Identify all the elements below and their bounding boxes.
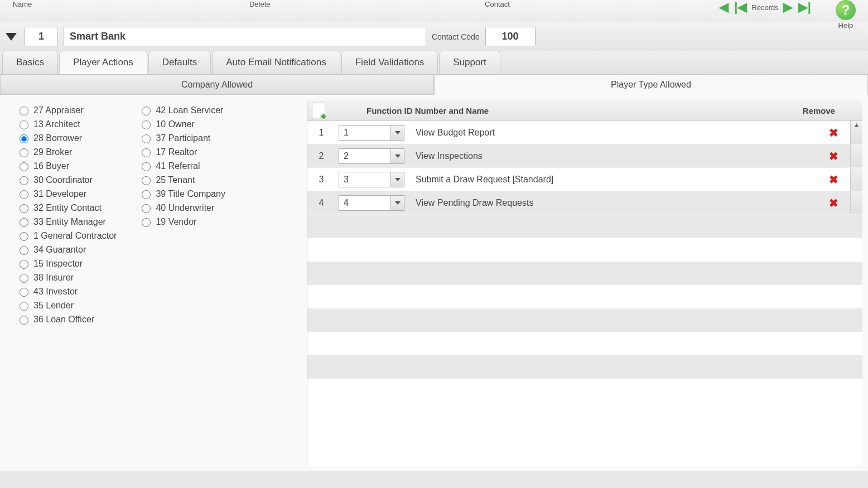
scrollbar-track[interactable] <box>850 191 862 214</box>
player-type-radio[interactable] <box>142 134 151 143</box>
player-type-label: 17 Realtor <box>156 147 197 157</box>
scroll-up-icon[interactable]: ▲ <box>850 121 862 144</box>
player-type-radio[interactable] <box>142 190 151 199</box>
add-row-icon[interactable] <box>312 103 325 118</box>
player-type-option[interactable]: 34 Guarantor <box>17 244 117 255</box>
player-type-option[interactable]: 28 Borrower <box>17 133 117 143</box>
chevron-down-icon[interactable] <box>390 125 404 140</box>
player-type-radio[interactable] <box>20 218 28 227</box>
record-name-field[interactable]: Smart Bank <box>64 27 426 46</box>
player-type-option[interactable]: 33 Entity Manager <box>17 216 117 227</box>
tab-field-validations[interactable]: Field Validations <box>341 51 438 74</box>
player-type-option[interactable]: 36 Loan Officer <box>17 314 117 325</box>
records-last-icon[interactable]: ▶| <box>797 0 812 15</box>
contact-code-field[interactable]: 100 <box>485 27 536 46</box>
player-type-label: 36 Loan Officer <box>33 315 94 325</box>
player-type-radio[interactable] <box>20 120 28 129</box>
subtab-company-allowed[interactable]: Company Allowed <box>0 75 434 95</box>
chevron-down-icon[interactable] <box>390 149 404 163</box>
player-type-option[interactable]: 19 Vendor <box>139 216 225 227</box>
player-type-option[interactable]: 37 Participant <box>139 133 225 143</box>
tab-defaults[interactable]: Defaults <box>148 51 211 74</box>
player-type-label: 42 Loan Servicer <box>156 105 223 115</box>
tab-support[interactable]: Support <box>439 51 500 74</box>
dropdown-icon[interactable] <box>6 33 17 41</box>
toolbar-help[interactable]: ? Help <box>829 0 862 30</box>
chevron-down-icon[interactable] <box>390 196 404 210</box>
function-id-dropdown[interactable]: 4 <box>339 195 404 211</box>
scrollbar-track[interactable] <box>850 168 862 191</box>
remove-row-icon[interactable]: ✖ <box>829 127 838 139</box>
tab-auto-email[interactable]: Auto Email Notifications <box>212 51 340 74</box>
player-type-radio[interactable] <box>142 148 151 157</box>
function-id-value: 3 <box>339 172 390 187</box>
player-type-radio[interactable] <box>142 162 151 171</box>
player-type-option[interactable]: 39 Title Company <box>139 189 225 199</box>
player-type-option[interactable]: 42 Loan Servicer <box>139 105 225 115</box>
remove-row-icon[interactable]: ✖ <box>829 173 838 186</box>
row-number: 3 <box>307 175 335 185</box>
player-type-radio[interactable] <box>142 218 151 227</box>
player-type-option[interactable]: 13 Architect <box>17 119 117 129</box>
player-type-radio[interactable] <box>142 204 151 213</box>
empty-row <box>307 332 862 355</box>
player-type-radio[interactable] <box>20 288 28 297</box>
player-type-option[interactable]: 1 General Contractor <box>17 230 117 241</box>
player-type-radio[interactable] <box>20 190 28 199</box>
player-type-radio[interactable] <box>20 162 28 171</box>
player-type-radio[interactable] <box>20 232 28 241</box>
subtab-player-type-allowed[interactable]: Player Type Allowed <box>434 75 868 95</box>
player-type-label: 37 Participant <box>156 133 210 143</box>
player-type-option[interactable]: 35 Lender <box>17 300 117 311</box>
player-type-radio[interactable] <box>20 274 28 283</box>
tab-basics[interactable]: Basics <box>2 51 58 74</box>
record-header: 1 Smart Bank Contact Code 100 <box>0 22 868 51</box>
player-type-option[interactable]: 27 Appraiser <box>17 105 117 115</box>
records-first-icon[interactable]: |◀ <box>733 0 748 15</box>
player-type-label: 10 Owner <box>156 119 194 129</box>
player-type-radio[interactable] <box>142 176 151 185</box>
scrollbar-track[interactable] <box>850 144 862 167</box>
player-type-radio[interactable] <box>20 107 28 115</box>
player-type-radio[interactable] <box>142 107 151 115</box>
records-prev-icon[interactable]: ◀ <box>718 0 730 15</box>
player-type-label: 35 Lender <box>33 301 74 311</box>
player-type-option[interactable]: 31 Developer <box>17 189 117 199</box>
player-type-option[interactable]: 16 Buyer <box>17 161 117 171</box>
function-id-dropdown[interactable]: 1 <box>339 125 404 141</box>
player-type-option[interactable]: 40 Underwriter <box>139 202 225 213</box>
player-type-radio[interactable] <box>20 148 28 157</box>
player-type-radio[interactable] <box>20 260 28 269</box>
records-next-icon[interactable]: ▶ <box>782 0 794 15</box>
toolbar-contact[interactable]: Contact <box>481 0 514 8</box>
function-id-dropdown[interactable]: 3 <box>339 172 404 187</box>
player-type-label: 25 Tenant <box>156 175 195 185</box>
remove-row-icon[interactable]: ✖ <box>829 150 838 162</box>
function-id-dropdown[interactable]: 2 <box>339 148 404 164</box>
player-type-option[interactable]: 29 Broker <box>17 147 117 157</box>
record-id-field[interactable]: 1 <box>25 27 58 46</box>
tab-player-actions[interactable]: Player Actions <box>59 51 147 74</box>
player-type-option[interactable]: 17 Realtor <box>139 147 225 157</box>
player-type-option[interactable]: 15 Inspector <box>17 258 117 269</box>
player-type-radio[interactable] <box>20 204 28 213</box>
player-type-option[interactable]: 25 Tenant <box>139 175 225 185</box>
chevron-down-icon[interactable] <box>390 172 404 187</box>
player-type-option[interactable]: 10 Owner <box>139 119 225 129</box>
player-type-label: 34 Guarantor <box>33 245 86 255</box>
function-name: Submit a Draw Request [Standard] <box>408 175 817 185</box>
player-type-radio[interactable] <box>20 246 28 255</box>
help-icon[interactable]: ? <box>836 0 856 20</box>
player-type-option[interactable]: 32 Entity Contact <box>17 202 117 213</box>
player-type-option[interactable]: 30 Coordinator <box>17 175 117 185</box>
toolbar-delete[interactable]: Delete <box>243 0 277 8</box>
player-type-radio[interactable] <box>20 316 28 325</box>
player-type-radio[interactable] <box>20 134 28 143</box>
player-type-option[interactable]: 43 Investor <box>17 286 117 297</box>
player-type-option[interactable]: 41 Referral <box>139 161 225 171</box>
player-type-radio[interactable] <box>20 176 28 185</box>
player-type-radio[interactable] <box>20 302 28 311</box>
player-type-option[interactable]: 38 Insurer <box>17 272 117 283</box>
player-type-radio[interactable] <box>142 120 151 129</box>
remove-row-icon[interactable]: ✖ <box>829 197 838 209</box>
